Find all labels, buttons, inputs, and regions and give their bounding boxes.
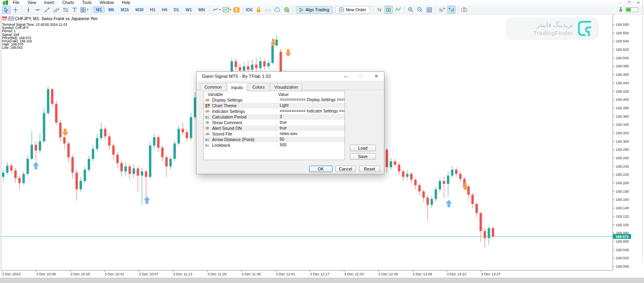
candle <box>239 67 241 71</box>
vertical-line-icon[interactable] <box>24 6 33 14</box>
timeframe-m1[interactable]: M1 <box>93 6 105 13</box>
template-icon[interactable]: ▾ <box>222 6 232 14</box>
grid-icon[interactable] <box>425 6 433 14</box>
menu-bar: FileViewInsertChartsToolsWindowHelp – ❐ … <box>0 0 644 5</box>
cloud-icon[interactable] <box>273 6 281 14</box>
candle <box>402 171 405 177</box>
text-tool-icon[interactable] <box>70 6 79 14</box>
shapes-icon[interactable]: ▾ <box>80 6 89 14</box>
table-icon[interactable] <box>2 17 7 21</box>
param-row-display-settings[interactable]: abDisplay Settings=========== Display Se… <box>204 97 345 103</box>
new-order-button[interactable]: New Order <box>335 6 370 14</box>
param-row-show-comment[interactable]: ⇉Show Commenttrue <box>204 120 345 125</box>
save-button[interactable]: Save <box>350 153 376 160</box>
ok-button[interactable]: OK <box>309 166 332 172</box>
lock-icon[interactable] <box>254 6 263 14</box>
close-button[interactable]: ✕ <box>637 1 640 5</box>
candle <box>475 204 478 213</box>
timeframe-m30[interactable]: M30 <box>132 6 146 13</box>
price-tick-label: 169.420 <box>616 89 629 94</box>
timeframe-h1[interactable]: H1 <box>147 6 158 13</box>
candle <box>431 199 433 204</box>
pause-bars-icon[interactable] <box>384 6 393 14</box>
community-icon[interactable] <box>282 6 291 14</box>
algo-trading-button[interactable]: Algo Trading <box>296 6 333 14</box>
dialog-titlebar[interactable]: Gann Signal MT5 - By TFlab 1.02 — ☐ ✕ <box>196 72 384 81</box>
timeframe-w1[interactable]: W1 <box>183 6 195 13</box>
tab-colors[interactable]: Colors <box>248 83 269 91</box>
reset-button[interactable]: Reset <box>359 166 380 172</box>
timeframe-mn[interactable]: MN <box>196 6 208 13</box>
tab-common[interactable]: Common <box>200 83 226 91</box>
broadcast-icon[interactable]: ((о)) <box>264 6 272 14</box>
crosshair-icon[interactable] <box>11 6 20 14</box>
candle <box>484 231 486 238</box>
shift-left-icon[interactable] <box>447 6 456 14</box>
menu-view[interactable]: View <box>23 0 40 5</box>
candle <box>27 159 29 174</box>
param-row-sound-file[interactable]: abSound Filenews.wav <box>204 131 345 137</box>
timeframe-h4[interactable]: H4 <box>159 6 170 13</box>
sort-arrows-icon[interactable]: 1 <box>375 6 384 14</box>
tab-inputs[interactable]: Inputs <box>227 83 248 91</box>
timeframe-m5[interactable]: M5 <box>105 6 117 13</box>
lvl-icon: LVL <box>619 7 623 12</box>
param-row-arrow-distance-point[interactable]: 01Arrow Distance (Point)50 <box>204 137 345 142</box>
fibonacci-icon[interactable] <box>61 6 70 14</box>
load-button[interactable]: Load <box>350 145 376 151</box>
candle <box>84 170 86 181</box>
ide-icon[interactable]: IDE <box>245 6 254 14</box>
dialog-maximize-button[interactable]: ☐ <box>353 72 369 81</box>
shift-right-icon[interactable] <box>438 6 446 14</box>
minimize-button[interactable]: – <box>619 1 621 5</box>
chart-type-icon[interactable]: ▾ <box>212 6 221 14</box>
param-row-chart-theme[interactable]: Chart ThemeLight <box>204 103 345 108</box>
param-row-alert-sound-on[interactable]: ⇉Alert Sound ONtrue <box>204 125 345 131</box>
time-tick-label: 3 Dec 13:37 <box>481 272 501 276</box>
menu-file[interactable]: File <box>9 0 23 5</box>
new-order-icon <box>339 7 344 12</box>
param-value[interactable]: =========== Indicator Settings =====... <box>276 108 345 114</box>
channel-icon[interactable] <box>52 6 60 14</box>
param-value[interactable]: true <box>276 120 345 125</box>
restore-button[interactable]: ❐ <box>627 1 630 5</box>
param-value[interactable]: 50 <box>276 137 345 142</box>
dialog-close-button[interactable]: ✕ <box>369 72 384 81</box>
param-row-indicator-settings[interactable]: abIndicator Settings=========== Indicato… <box>204 108 345 114</box>
param-row-lookback[interactable]: 01Lookback500 <box>204 142 345 148</box>
zigzag-icon[interactable] <box>394 6 402 14</box>
candle <box>259 61 262 68</box>
mini-chart-icon[interactable] <box>8 17 14 21</box>
trendline-icon[interactable] <box>43 6 51 14</box>
buy-arrow-icon <box>144 197 149 204</box>
candle <box>165 157 168 166</box>
candle <box>406 174 409 177</box>
tab-visualization[interactable]: Visualization <box>270 83 303 91</box>
resize-grip[interactable] <box>379 169 383 173</box>
menu-help[interactable]: Help <box>118 0 134 5</box>
cancel-button[interactable]: Cancel <box>335 166 356 172</box>
pointer-icon[interactable] <box>2 6 10 14</box>
candle <box>153 137 155 146</box>
camera-icon[interactable] <box>460 6 469 14</box>
menu-charts[interactable]: Charts <box>58 0 78 5</box>
horizontal-line-icon[interactable] <box>33 6 42 14</box>
param-value[interactable]: 3 <box>276 114 345 120</box>
menu-insert[interactable]: Insert <box>40 0 58 5</box>
zoom-in-icon[interactable] <box>407 6 415 14</box>
param-label: Chart Theme <box>212 103 276 108</box>
param-value[interactable]: true <box>276 125 345 131</box>
time-tick-label: 3 Dec 12:33 <box>344 272 364 276</box>
param-value[interactable]: 500 <box>276 142 345 148</box>
menu-tools[interactable]: Tools <box>78 0 95 5</box>
param-value[interactable]: Light <box>276 103 345 108</box>
timeframe-d1[interactable]: D1 <box>171 6 182 13</box>
param-row-calculation-period[interactable]: 01Calculation Period3 <box>204 114 345 120</box>
param-value[interactable]: =========== Display Settings ======... <box>276 97 345 103</box>
zoom-out-icon[interactable] <box>416 6 424 14</box>
param-value[interactable]: news.wav <box>276 131 345 137</box>
dialog-minimize-button[interactable]: — <box>338 72 353 81</box>
dollar-icon[interactable]: $ <box>232 6 241 14</box>
timeframe-m15[interactable]: M15 <box>118 6 132 13</box>
menu-window[interactable]: Window <box>95 0 118 5</box>
